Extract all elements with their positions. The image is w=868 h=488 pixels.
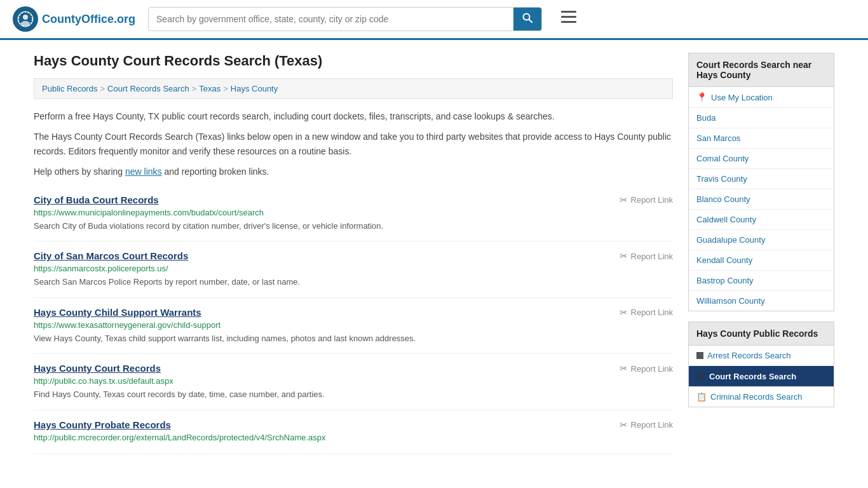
report-icon: ✂ bbox=[620, 307, 628, 318]
square-icon bbox=[696, 352, 703, 359]
svg-point-1 bbox=[23, 15, 28, 20]
record-title-link[interactable]: Hays County Probate Records bbox=[34, 419, 171, 430]
description-para1: Perform a free Hays County, TX public co… bbox=[34, 109, 673, 123]
sidebar-nearby-list: 📍 Use My Location BudaSan MarcosComal Co… bbox=[688, 87, 834, 311]
record-item: Hays County Court Records ✂ Report Link … bbox=[34, 354, 673, 410]
sidebar-public-record-item[interactable]: 🏛 Court Records Search bbox=[689, 366, 834, 387]
record-header: Hays County Probate Records ✂ Report Lin… bbox=[34, 419, 673, 433]
logo-link[interactable]: CountyOffice.org bbox=[13, 6, 135, 32]
record-title-link[interactable]: City of Buda Court Records bbox=[34, 194, 159, 205]
sidebar-nearby-item[interactable]: Caldwell County bbox=[689, 210, 834, 230]
sidebar-nearby-link[interactable]: Buda bbox=[696, 113, 715, 123]
sidebar-nearby-link[interactable]: Guadalupe County bbox=[696, 235, 765, 245]
building-icon: 🏛 bbox=[696, 371, 705, 381]
menu-icon[interactable] bbox=[561, 11, 576, 27]
sidebar-nearby-link[interactable]: Williamson County bbox=[696, 296, 765, 306]
report-label: Report Link bbox=[631, 195, 673, 205]
record-url: http://public.mcrecorder.org/external/La… bbox=[34, 433, 673, 442]
sidebar-nearby-item[interactable]: Travis County bbox=[689, 169, 834, 189]
report-label: Report Link bbox=[631, 308, 673, 317]
sidebar-public-record-link[interactable]: Arrest Records Search bbox=[707, 351, 791, 360]
sidebar-nearby-item[interactable]: Comal County bbox=[689, 149, 834, 169]
report-label: Report Link bbox=[631, 420, 673, 430]
search-input[interactable] bbox=[149, 9, 513, 29]
report-link[interactable]: ✂ Report Link bbox=[620, 307, 673, 318]
breadcrumb-texas[interactable]: Texas bbox=[199, 84, 220, 93]
sidebar-public-records-section: Hays County Public Records Arrest Record… bbox=[688, 322, 834, 407]
breadcrumb-sep-1: > bbox=[100, 84, 105, 93]
sidebar-nearby-item[interactable]: Buda bbox=[689, 108, 834, 128]
record-url: http://public.co.hays.tx.us/default.aspx bbox=[34, 376, 673, 386]
search-button[interactable] bbox=[513, 8, 541, 30]
record-icon: 📋 bbox=[696, 392, 707, 402]
record-item: City of San Marcos Court Records ✂ Repor… bbox=[34, 241, 673, 298]
sidebar-nearby-link[interactable]: Caldwell County bbox=[696, 215, 756, 224]
search-icon bbox=[522, 13, 532, 23]
breadcrumb-court-records-search[interactable]: Court Records Search bbox=[107, 84, 189, 93]
sidebar-public-record-link[interactable]: Criminal Records Search bbox=[710, 392, 803, 402]
sidebar-nearby-link[interactable]: Kendall County bbox=[696, 255, 752, 265]
record-desc: Search San Marcos Police Reports by repo… bbox=[34, 276, 673, 288]
sidebar-use-my-location[interactable]: 📍 Use My Location bbox=[689, 87, 834, 108]
report-link[interactable]: ✂ Report Link bbox=[620, 363, 673, 374]
svg-line-5 bbox=[529, 20, 532, 23]
svg-rect-6 bbox=[561, 11, 576, 13]
report-link[interactable]: ✂ Report Link bbox=[620, 419, 673, 431]
logo-text: CountyOffice.org bbox=[42, 13, 135, 26]
report-icon: ✂ bbox=[620, 250, 628, 262]
main-container: Hays County Court Records Search (Texas)… bbox=[21, 40, 847, 467]
description-para2: The Hays County Court Records Search (Te… bbox=[34, 130, 673, 158]
sidebar-nearby-item[interactable]: Williamson County bbox=[689, 291, 834, 311]
breadcrumb-hays-county[interactable]: Hays County bbox=[231, 84, 278, 93]
sidebar-nearby-item[interactable]: San Marcos bbox=[689, 128, 834, 149]
record-title-link[interactable]: Hays County Child Support Warrants bbox=[34, 307, 201, 318]
public-records-items-container: Arrest Records Search 🏛 Court Records Se… bbox=[689, 346, 834, 407]
sidebar-public-records-header: Hays County Public Records bbox=[688, 322, 834, 346]
report-label: Report Link bbox=[631, 252, 673, 261]
sidebar-nearby-link[interactable]: Travis County bbox=[696, 174, 747, 184]
record-desc: View Hays County, Texas child support wa… bbox=[34, 332, 673, 345]
logo-tld: .org bbox=[114, 13, 135, 25]
report-icon: ✂ bbox=[620, 419, 628, 431]
record-header: Hays County Child Support Warrants ✂ Rep… bbox=[34, 307, 673, 320]
logo-icon bbox=[13, 6, 38, 32]
records-list: City of Buda Court Records ✂ Report Link… bbox=[34, 186, 673, 454]
sidebar-nearby-item[interactable]: Kendall County bbox=[689, 250, 834, 271]
sidebar-nearby-link[interactable]: San Marcos bbox=[696, 133, 740, 143]
site-header: CountyOffice.org bbox=[0, 0, 868, 40]
report-link[interactable]: ✂ Report Link bbox=[620, 250, 673, 262]
sidebar-public-record-link[interactable]: Court Records Search bbox=[709, 372, 796, 381]
record-title-link[interactable]: Hays County Court Records bbox=[34, 363, 161, 374]
record-title-link[interactable]: City of San Marcos Court Records bbox=[34, 250, 188, 261]
new-links-link[interactable]: new links bbox=[125, 166, 162, 177]
description-para3: Help others by sharing new links and rep… bbox=[34, 165, 673, 179]
use-my-location-link[interactable]: Use My Location bbox=[711, 93, 773, 102]
record-url: https://sanmarcostx.policereports.us/ bbox=[34, 264, 673, 273]
logo-name: CountyOffice bbox=[42, 13, 114, 25]
report-icon: ✂ bbox=[620, 194, 628, 206]
nearby-items-container: BudaSan MarcosComal CountyTravis CountyB… bbox=[689, 108, 834, 311]
sidebar-nearby-link[interactable]: Blanco County bbox=[696, 194, 750, 204]
record-desc: Find Hays County, Texas court records by… bbox=[34, 388, 673, 401]
report-label: Report Link bbox=[631, 364, 673, 374]
sidebar-nearby-item[interactable]: Guadalupe County bbox=[689, 230, 834, 250]
breadcrumb-public-records[interactable]: Public Records bbox=[42, 84, 97, 93]
sidebar-nearby-link[interactable]: Bastrop County bbox=[696, 276, 754, 285]
sidebar-nearby-link[interactable]: Comal County bbox=[696, 154, 749, 163]
sidebar-nearby-section: Court Records Search near Hays County 📍 … bbox=[688, 53, 834, 311]
report-icon: ✂ bbox=[620, 363, 628, 374]
sidebar-nearby-item[interactable]: Bastrop County bbox=[689, 271, 834, 291]
sidebar-public-record-item[interactable]: Arrest Records Search bbox=[689, 346, 834, 366]
search-bar bbox=[148, 7, 542, 31]
sidebar-public-record-item[interactable]: 📋 Criminal Records Search bbox=[689, 387, 834, 407]
record-header: City of San Marcos Court Records ✂ Repor… bbox=[34, 250, 673, 264]
page-title: Hays County Court Records Search (Texas) bbox=[34, 53, 673, 69]
record-item: Hays County Probate Records ✂ Report Lin… bbox=[34, 410, 673, 454]
svg-rect-7 bbox=[561, 16, 576, 18]
desc-para3-prefix: Help others by sharing bbox=[34, 166, 125, 177]
report-link[interactable]: ✂ Report Link bbox=[620, 194, 673, 206]
sidebar-nearby-item[interactable]: Blanco County bbox=[689, 189, 834, 210]
main-content: Hays County Court Records Search (Texas)… bbox=[34, 53, 673, 454]
record-url: https://www.texasattorneygeneral.gov/chi… bbox=[34, 320, 673, 330]
record-desc: Search City of Buda violations record by… bbox=[34, 220, 673, 233]
